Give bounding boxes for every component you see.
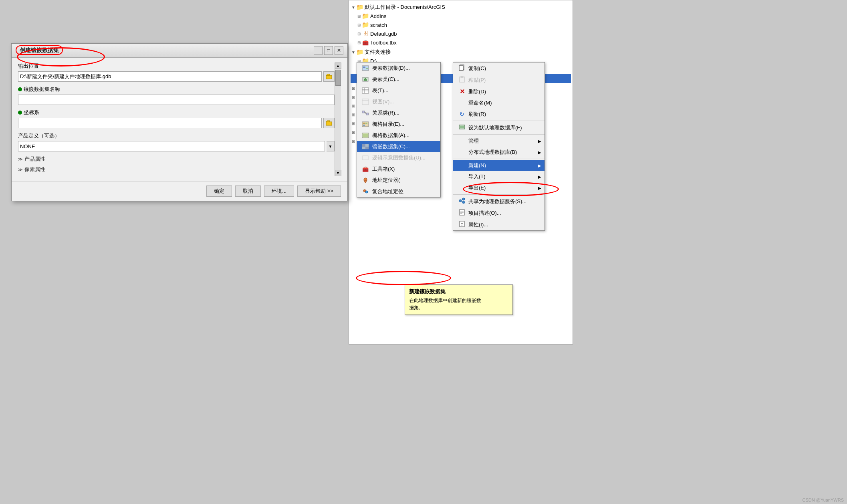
cm-item-refresh[interactable]: ↻ 刷新(R) [453, 109, 544, 120]
cm-item-distribute[interactable]: 分布式地理数据库(B) ▶ [453, 147, 544, 158]
svg-rect-12 [366, 113, 369, 115]
product-attrs-toggle[interactable]: ≫ 产品属性 [18, 155, 335, 163]
tree-label-fileconn: 文件夹连接 [365, 48, 391, 56]
help-button[interactable]: 显示帮助 >> [297, 185, 341, 197]
submenu-item-mosaicds[interactable]: 镶嵌数据集(C)... [357, 141, 440, 152]
submenu-item-view: 视图(V)... [357, 96, 440, 107]
mosaic-icon [361, 143, 370, 150]
coord-sys-browse-button[interactable] [323, 118, 335, 128]
output-input[interactable] [18, 71, 322, 82]
output-label-text: 输出位置 [18, 62, 39, 70]
expand-root[interactable]: ▼ [351, 4, 356, 10]
dataset-name-input[interactable] [18, 95, 335, 105]
coord-browse-icon [326, 120, 332, 126]
tooltip-box: 新建镶嵌数据集 在此地理数据库中创建新的镶嵌数 据集。 [405, 284, 513, 315]
maximize-button[interactable]: □ [324, 46, 333, 55]
cm-item-properties[interactable]: 属性(I)... [453, 219, 544, 230]
tree-label-scratch: scratch [370, 22, 387, 28]
comp-locator-icon [361, 188, 370, 195]
dataset-name-label: 镶嵌数据集名称 [24, 86, 60, 93]
svg-rect-48 [326, 75, 332, 79]
ok-button[interactable]: 确定 [206, 185, 232, 197]
submenu-label-logicalmosaic: 逻辑示意图数据集(U)... [372, 154, 426, 161]
tree-item-fileconn[interactable]: ▼ 📁 文件夹连接 [351, 48, 571, 56]
svg-rect-15 [363, 123, 365, 124]
submenu-item-toolbox3[interactable]: 🧰 工具箱(X) [357, 163, 440, 175]
submenu-item-compositelocator[interactable]: 复合地址定位 [357, 186, 440, 197]
raster-cat-icon [361, 121, 370, 128]
expand-myservice[interactable]: ⊞ [351, 121, 356, 126]
submenu-item-featuredataset[interactable]: 要素数据集(D)... [357, 62, 440, 74]
pixel-attrs-toggle[interactable]: ≫ 像素属性 [18, 166, 335, 173]
svg-point-37 [462, 198, 465, 200]
svg-point-38 [462, 201, 465, 204]
expand-toolbox2[interactable]: ⊞ [351, 85, 356, 91]
expand-gisserver[interactable]: ⊞ [351, 112, 356, 117]
cm-label-refresh: 刷新(R) [468, 111, 486, 118]
expand-traceconn[interactable]: ⊞ [351, 138, 356, 144]
tree-item-defaultgdb[interactable]: ⊞ 🗄 Default.gdb [351, 29, 571, 38]
expand-addins[interactable]: ⊞ [356, 13, 362, 19]
expand-scratch[interactable]: ⊞ [356, 22, 362, 28]
svg-point-29 [365, 191, 368, 193]
tree-item-scratch[interactable]: ⊞ 📁 scratch [351, 20, 571, 29]
submenu-item-locator[interactable]: 地址定位器( [357, 175, 440, 186]
env-button[interactable]: 环境... [264, 185, 294, 197]
dialog-scrollbar[interactable]: ▲ ▼ [335, 62, 341, 176]
output-browse-button[interactable] [323, 71, 335, 82]
cm-label-distribute: 分布式地理数据库(B) [468, 149, 517, 156]
product-def-arrow: ▼ [327, 141, 335, 151]
cm-item-import[interactable]: 导入(T) ▶ [453, 171, 544, 182]
cm-item-delete[interactable]: ✕ 删除(D) [453, 86, 544, 97]
copy-icon [458, 65, 466, 72]
cm-label-copy: 复制(C) [468, 65, 486, 72]
submenu-item-featureclass[interactable]: 要素类(C)... [357, 74, 440, 85]
cm-item-manage[interactable]: 管理 ▶ [453, 135, 544, 147]
close-button[interactable]: ✕ [335, 46, 343, 55]
cm-label-setdefault: 设为默认地理数据库(F) [468, 124, 522, 131]
distribute-arrow: ▶ [538, 150, 541, 155]
submenu-item-rasterdataset[interactable]: 栅格数据集(A)... [357, 130, 440, 141]
scroll-up-button[interactable]: ▲ [335, 62, 341, 69]
scroll-down-button[interactable]: ▼ [335, 170, 341, 176]
svg-rect-33 [461, 76, 463, 78]
expand-readyservice[interactable]: ⊞ [351, 129, 356, 135]
svg-rect-24 [365, 144, 369, 147]
toolbox3-icon: 🧰 [361, 165, 370, 173]
expand-dbconn[interactable]: ⊞ [351, 103, 356, 109]
expand-fileconn[interactable]: ▼ [351, 49, 356, 55]
cm-item-projdesc[interactable]: 项目描述(O)... [453, 207, 544, 219]
scroll-thumb[interactable] [335, 70, 341, 86]
cm-label-new: 新建(N) [468, 162, 486, 169]
expand-toolbox[interactable]: ⊞ [356, 40, 362, 45]
tree-item-toolbox[interactable]: ⊞ 🧰 Toolbox.tbx [351, 38, 571, 47]
cm-item-new[interactable]: 新建(N) ▶ [453, 160, 544, 171]
coord-sys-input[interactable] [18, 118, 322, 128]
submenu-item-relationship[interactable]: 关系类(R)... [357, 107, 440, 119]
product-def-select[interactable]: NONE [18, 141, 325, 151]
cm-label-rename: 重命名(M) [468, 99, 492, 107]
cm-item-share[interactable]: 共享为地理数据服务(S)... [453, 196, 544, 207]
expand-dbserver[interactable]: ⊞ [351, 94, 356, 100]
svg-rect-16 [365, 123, 367, 124]
cancel-button[interactable]: 取消 [235, 185, 261, 197]
cm-item-copy[interactable]: 复制(C) [453, 62, 544, 74]
submenu-label-locator: 地址定位器( [372, 177, 400, 184]
expand-defaultgdb[interactable]: ⊞ [356, 31, 362, 36]
submenu-label-table: 表(T)... [372, 87, 388, 94]
submenu-label-featuredataset: 要素数据集(D)... [372, 65, 410, 72]
tree-root[interactable]: ▼ 📁 默认工作目录 - Documents\ArcGIS [351, 3, 571, 12]
svg-rect-35 [460, 126, 464, 128]
submenu-item-rastercatalog[interactable]: 栅格目录(E)... [357, 119, 440, 130]
tree-item-addins[interactable]: ⊞ 📁 AddIns [351, 12, 571, 20]
cm-item-setdefault[interactable]: 设为默认地理数据库(F) [453, 122, 544, 133]
product-attrs-label: 产品属性 [24, 155, 45, 163]
cm-item-export[interactable]: 导出(E) ▶ [453, 182, 544, 194]
submenu-item-table[interactable]: 表(T)... [357, 85, 440, 96]
submenu-label-compositelocator: 复合地址定位 [372, 188, 403, 195]
cm-item-rename[interactable]: 重命名(M) [453, 97, 544, 109]
dataset-name-group: 镶嵌数据集名称 [18, 86, 335, 105]
dataset-name-label-row: 镶嵌数据集名称 [18, 86, 335, 93]
minimize-button[interactable]: _ [314, 46, 323, 55]
pixel-attrs-arrow-icon: ≫ [18, 167, 23, 172]
